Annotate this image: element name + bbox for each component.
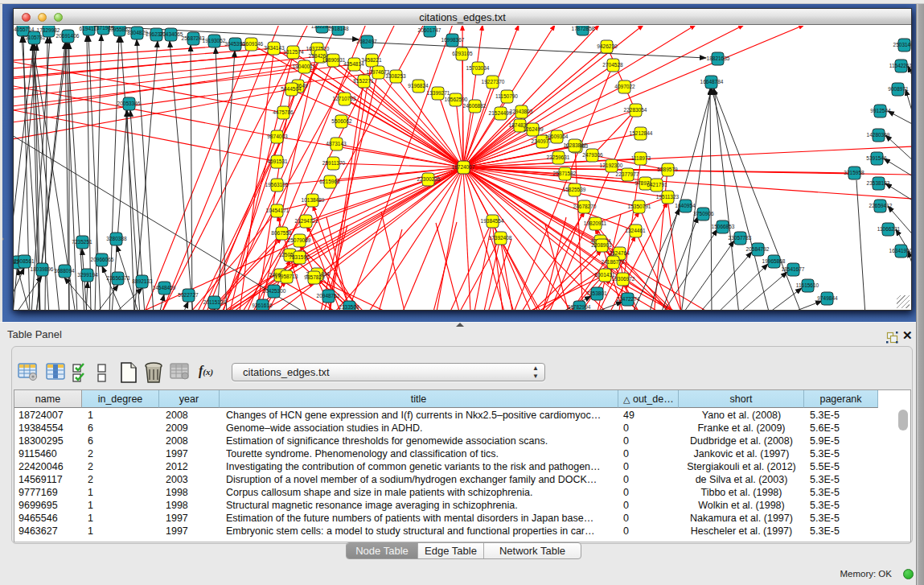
svg-text:25105781: 25105781 bbox=[23, 35, 46, 40]
svg-text:25079069: 25079069 bbox=[288, 237, 311, 243]
svg-text:11150790: 11150790 bbox=[495, 93, 518, 99]
svg-text:16648784: 16648784 bbox=[700, 79, 724, 84]
svg-text:23057783: 23057783 bbox=[729, 235, 752, 241]
svg-text:22943803: 22943803 bbox=[510, 109, 533, 114]
svg-text:1324461: 1324461 bbox=[625, 228, 646, 233]
svg-text:22659412: 22659412 bbox=[869, 203, 893, 208]
svg-text:10562590: 10562590 bbox=[445, 97, 468, 102]
svg-text:3458221: 3458221 bbox=[361, 57, 382, 63]
svg-text:19384554: 19384554 bbox=[481, 218, 504, 224]
svg-text:6293105: 6293105 bbox=[452, 51, 473, 56]
svg-text:11542261: 11542261 bbox=[889, 63, 911, 68]
svg-text:12192300: 12192300 bbox=[600, 163, 623, 168]
svg-text:15703034: 15703034 bbox=[466, 65, 490, 71]
svg-text:19040017: 19040017 bbox=[293, 64, 316, 69]
svg-text:16998367: 16998367 bbox=[441, 37, 465, 43]
svg-text:7853801: 7853801 bbox=[586, 290, 607, 296]
svg-text:20425300: 20425300 bbox=[263, 288, 286, 294]
svg-text:3750906: 3750906 bbox=[693, 211, 714, 216]
svg-text:4591531: 4591531 bbox=[267, 159, 288, 164]
svg-text:9857829: 9857829 bbox=[304, 274, 325, 280]
svg-text:9749844: 9749844 bbox=[817, 295, 838, 301]
svg-text:20966065: 20966065 bbox=[91, 257, 114, 262]
svg-text:24606882: 24606882 bbox=[463, 103, 487, 109]
svg-text:20434065: 20434065 bbox=[160, 31, 183, 37]
svg-text:7831592: 7831592 bbox=[289, 254, 310, 260]
svg-text:20601747: 20601747 bbox=[418, 27, 441, 33]
svg-text:3524764: 3524764 bbox=[609, 250, 630, 256]
svg-text:20115134: 20115134 bbox=[203, 299, 227, 305]
svg-text:20948752: 20948752 bbox=[317, 293, 340, 299]
svg-text:3299194: 3299194 bbox=[77, 272, 98, 278]
svg-text:4475786: 4475786 bbox=[273, 109, 294, 115]
svg-text:10454171: 10454171 bbox=[266, 208, 290, 213]
svg-text:18821635: 18821635 bbox=[707, 56, 730, 61]
svg-text:8152271: 8152271 bbox=[353, 78, 374, 84]
svg-text:9912544: 9912544 bbox=[870, 108, 891, 113]
svg-text:1312574: 1312574 bbox=[283, 49, 304, 55]
svg-text:23656373: 23656373 bbox=[107, 275, 130, 281]
svg-text:23259631: 23259631 bbox=[547, 154, 570, 160]
svg-text:5391546: 5391546 bbox=[866, 155, 887, 161]
svg-text:2208903: 2208903 bbox=[591, 242, 612, 248]
svg-text:21782994: 21782994 bbox=[568, 304, 591, 310]
svg-text:3215958: 3215958 bbox=[844, 170, 864, 175]
svg-text:14548459: 14548459 bbox=[153, 285, 176, 290]
svg-text:3280388: 3280388 bbox=[106, 236, 127, 241]
svg-text:25911370: 25911370 bbox=[322, 160, 346, 166]
svg-text:18724007: 18724007 bbox=[452, 164, 475, 170]
svg-text:10138489: 10138489 bbox=[302, 197, 325, 203]
svg-text:14280369: 14280369 bbox=[867, 132, 890, 138]
svg-text:2682497: 2682497 bbox=[356, 39, 377, 44]
svg-text:17392408: 17392408 bbox=[489, 235, 512, 241]
svg-text:8067558: 8067558 bbox=[271, 230, 292, 236]
svg-text:25871582: 25871582 bbox=[553, 171, 577, 176]
svg-text:20584792: 20584792 bbox=[746, 246, 770, 252]
svg-text:22283054: 22283054 bbox=[624, 107, 647, 113]
svg-text:20691406: 20691406 bbox=[56, 33, 80, 39]
svg-text:15825539: 15825539 bbox=[563, 187, 586, 192]
svg-text:2704528: 2704528 bbox=[602, 62, 623, 68]
svg-text:25031409: 25031409 bbox=[893, 42, 911, 47]
svg-text:17872858: 17872858 bbox=[572, 26, 595, 31]
svg-text:19563105: 19563105 bbox=[265, 182, 289, 187]
svg-text:2908561: 2908561 bbox=[14, 258, 35, 264]
svg-text:17958713: 17958713 bbox=[275, 274, 298, 279]
svg-text:22377977: 22377977 bbox=[616, 171, 639, 177]
svg-text:9426230: 9426230 bbox=[597, 43, 618, 49]
svg-text:9874003: 9874003 bbox=[267, 134, 288, 139]
svg-text:21524499: 21524499 bbox=[489, 110, 512, 116]
svg-text:2918148: 2918148 bbox=[328, 26, 349, 31]
svg-text:4873143: 4873143 bbox=[326, 141, 347, 146]
svg-text:24186770: 24186770 bbox=[602, 259, 625, 265]
svg-text:5444504: 5444504 bbox=[281, 86, 302, 92]
svg-text:9261616: 9261616 bbox=[252, 303, 273, 308]
svg-text:15066853: 15066853 bbox=[712, 224, 735, 229]
svg-text:4097022: 4097022 bbox=[614, 84, 635, 89]
svg-text:12710793: 12710793 bbox=[333, 96, 356, 101]
svg-text:21294721: 21294721 bbox=[295, 218, 318, 224]
svg-text:1262499: 1262499 bbox=[523, 126, 544, 132]
svg-text:23472274: 23472274 bbox=[617, 296, 640, 302]
svg-text:3688094: 3688094 bbox=[54, 268, 75, 274]
svg-text:19820911: 19820911 bbox=[584, 220, 607, 226]
svg-text:6215966: 6215966 bbox=[319, 179, 340, 184]
svg-text:16341910: 16341910 bbox=[889, 248, 911, 253]
svg-text:3308253: 3308253 bbox=[385, 73, 406, 79]
svg-text:13399271: 13399271 bbox=[427, 90, 450, 96]
svg-text:5389579: 5389579 bbox=[657, 167, 678, 172]
svg-text:2333508: 2333508 bbox=[339, 304, 359, 310]
svg-text:1118973: 1118973 bbox=[631, 155, 651, 161]
svg-text:20053346: 20053346 bbox=[117, 101, 141, 106]
svg-text:5022727: 5022727 bbox=[178, 292, 199, 298]
svg-text:5506062: 5506062 bbox=[331, 118, 352, 124]
svg-text:19193052: 19193052 bbox=[203, 38, 226, 43]
svg-text:11609146: 11609146 bbox=[240, 41, 264, 47]
svg-text:8892133: 8892133 bbox=[132, 278, 153, 284]
svg-text:18541677: 18541677 bbox=[782, 266, 805, 272]
svg-text:11615610: 11615610 bbox=[796, 282, 819, 288]
svg-text:19965868: 19965868 bbox=[762, 258, 786, 264]
svg-text:7235251: 7235251 bbox=[72, 239, 92, 245]
svg-text:8304829: 8304829 bbox=[127, 30, 148, 35]
svg-text:1640954: 1640954 bbox=[675, 203, 696, 208]
